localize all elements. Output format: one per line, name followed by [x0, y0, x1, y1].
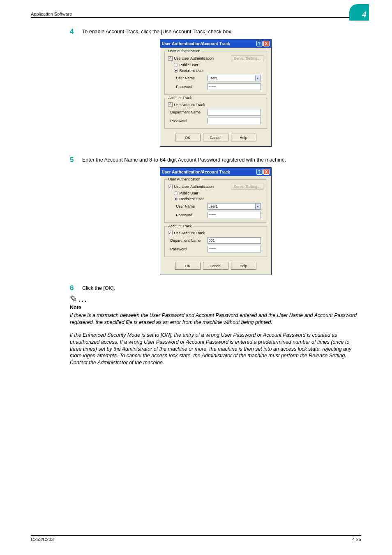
footer-model: C253/C203	[31, 537, 54, 542]
page-footer: C253/C203 4-25	[31, 535, 361, 542]
chevron-down-icon[interactable]: ▼	[255, 204, 261, 209]
pencil-icon: ✎	[70, 295, 78, 304]
cancel-button[interactable]: Cancel	[203, 262, 228, 270]
use-account-track-checkbox[interactable]: ✓	[168, 102, 173, 107]
account-password-label: Password	[171, 247, 208, 251]
note-block: ✎ ... Note If there is a mismatch betwee…	[70, 295, 361, 366]
help-button[interactable]: Help	[231, 262, 256, 270]
user-auth-fieldset: User Authentication ✓ Use User Authentic…	[164, 51, 267, 95]
recipient-user-label: Recipient User	[180, 197, 204, 201]
step-number: 4	[70, 28, 82, 36]
auth-dialog-2: User Authentication/Account Track ? X Us…	[160, 167, 272, 275]
ok-button[interactable]: OK	[175, 134, 201, 141]
dialog-title: User Authentication/Account Track	[162, 42, 230, 46]
dept-name-input[interactable]	[208, 109, 261, 116]
public-user-label: Public User	[180, 63, 198, 67]
use-user-auth-label: Use User Authentication	[174, 185, 214, 189]
dept-name-label: Department Name	[171, 110, 208, 114]
user-name-input[interactable]	[208, 75, 261, 81]
step-number: 6	[70, 284, 82, 292]
step-text: To enable Account Track, click the [Use …	[82, 28, 361, 36]
use-account-track-checkbox[interactable]: ✓	[168, 231, 173, 235]
user-auth-fieldset: User Authentication ✓ Use User Authentic…	[164, 179, 267, 223]
auth-dialog-1: User Authentication/Account Track ? X Us…	[160, 39, 272, 147]
step-number: 5	[70, 156, 82, 164]
help-button[interactable]: Help	[231, 134, 256, 141]
dept-name-input[interactable]	[208, 237, 261, 244]
public-user-label: Public User	[180, 191, 198, 195]
use-account-track-label: Use Account Track	[174, 103, 205, 107]
password-label: Password	[176, 213, 208, 217]
step-6: 6 Click the [OK].	[70, 284, 361, 292]
chapter-number: 4	[362, 9, 367, 20]
password-label: Password	[176, 85, 208, 89]
password-input[interactable]	[208, 212, 261, 218]
use-user-auth-checkbox[interactable]: ✓	[168, 185, 173, 189]
use-user-auth-checkbox[interactable]: ✓	[168, 56, 173, 61]
chevron-down-icon[interactable]: ▼	[255, 75, 261, 81]
public-user-radio[interactable]	[174, 191, 178, 195]
user-name-input[interactable]	[208, 203, 261, 210]
note-paragraph-2: If the Enhanced Security Mode is set to …	[70, 332, 361, 366]
titlebar-close-button[interactable]: X	[263, 169, 270, 175]
public-user-radio[interactable]	[174, 63, 178, 67]
ellipsis-icon: ...	[78, 296, 88, 304]
account-track-fieldset: Account Track ✓ Use Account Track Depart…	[164, 226, 267, 257]
user-auth-legend: User Authentication	[167, 49, 202, 53]
user-name-label: User Name	[176, 76, 208, 80]
note-heading: Note	[70, 305, 361, 310]
recipient-user-radio[interactable]	[174, 197, 178, 201]
account-track-legend: Account Track	[167, 96, 193, 100]
section-title: Application Software	[31, 12, 72, 16]
password-input[interactable]	[208, 83, 261, 90]
footer-rule	[31, 535, 361, 536]
account-password-input[interactable]	[208, 246, 261, 252]
step-5: 5 Enter the Account Name and 8-to-64-dig…	[70, 156, 361, 164]
footer-page: 4-25	[352, 537, 361, 542]
titlebar-close-button[interactable]: X	[263, 41, 270, 46]
dialog-titlebar: User Authentication/Account Track ? X	[160, 168, 271, 176]
server-setting-button[interactable]: Server Setting...	[231, 56, 263, 61]
step-4: 4 To enable Account Track, click the [Us…	[70, 28, 361, 36]
note-paragraph-1: If there is a mismatch between the User …	[70, 312, 361, 326]
user-name-label: User Name	[176, 204, 208, 208]
dialog-titlebar: User Authentication/Account Track ? X	[160, 39, 271, 48]
recipient-user-radio[interactable]	[174, 69, 178, 73]
account-track-legend: Account Track	[167, 224, 193, 228]
recipient-user-label: Recipient User	[180, 69, 204, 73]
titlebar-help-button[interactable]: ?	[256, 41, 263, 46]
step-text: Enter the Account Name and 8-to-64-digit…	[82, 156, 361, 164]
use-user-auth-label: Use User Authentication	[174, 56, 214, 60]
server-setting-button[interactable]: Server Setting...	[231, 184, 263, 190]
titlebar-help-button[interactable]: ?	[256, 169, 263, 175]
account-password-label: Password	[171, 119, 208, 123]
account-track-fieldset: Account Track ✓ Use Account Track Depart…	[164, 98, 267, 129]
account-password-input[interactable]	[208, 118, 261, 124]
dept-name-label: Department Name	[171, 238, 208, 243]
use-account-track-label: Use Account Track	[174, 231, 205, 235]
user-auth-legend: User Authentication	[167, 177, 202, 181]
step-text: Click the [OK].	[82, 284, 361, 292]
chapter-badge: 4	[349, 4, 369, 21]
cancel-button[interactable]: Cancel	[203, 134, 228, 141]
dialog-title: User Authentication/Account Track	[162, 170, 230, 174]
ok-button[interactable]: OK	[175, 262, 201, 270]
